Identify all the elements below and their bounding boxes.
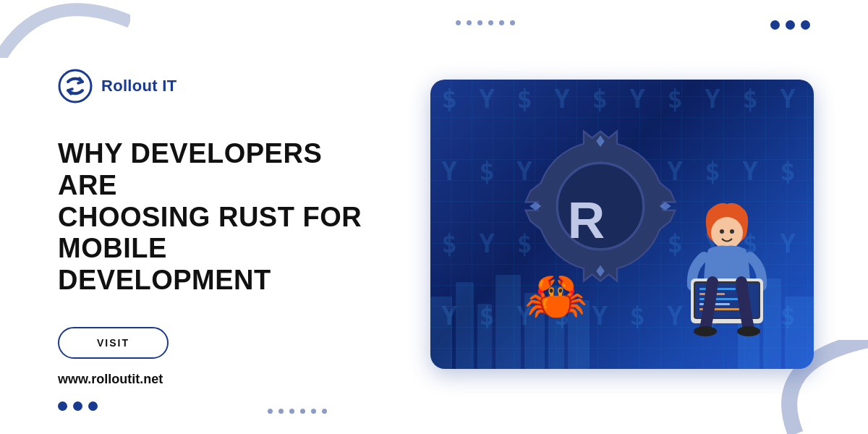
hero-image-card: $Y$Y$Y$Y$Y Y$Y$Y$Y$Y$ $Y$Y$Y$Y$Y Y$Y$Y$Y… <box>430 80 814 369</box>
svg-point-0 <box>59 70 91 102</box>
svg-rect-24 <box>699 288 736 290</box>
main-heading: WHY DEVELOPERS ARE CHOOSING RUST FOR MOB… <box>58 138 376 296</box>
svg-point-29 <box>694 326 717 336</box>
left-content-panel: Rollout IT WHY DEVELOPERS ARE CHOOSING R… <box>0 47 405 386</box>
right-content-panel: $Y$Y$Y$Y$Y Y$Y$Y$Y$Y$ $Y$Y$Y$Y$Y Y$Y$Y$Y… <box>405 65 868 369</box>
svg-rect-3 <box>477 304 492 369</box>
svg-point-18 <box>711 217 743 249</box>
decorative-dots-bottom-left <box>58 401 98 411</box>
decorative-dots-bottom-center <box>268 409 327 414</box>
brand-logo-icon <box>58 69 93 103</box>
developer-character <box>669 203 785 347</box>
page-container: Rollout IT WHY DEVELOPERS ARE CHOOSING R… <box>0 0 868 434</box>
svg-point-30 <box>737 326 760 336</box>
rust-crab-mascot: 🦀 <box>524 266 587 326</box>
decorative-dots-top-right <box>770 20 810 30</box>
decorative-curve-top-left <box>0 0 130 58</box>
logo-area: Rollout IT <box>58 69 405 103</box>
svg-rect-10 <box>785 297 814 369</box>
svg-point-20 <box>730 229 734 234</box>
visit-button[interactable]: VISIT <box>58 327 169 359</box>
brand-name: Rollout IT <box>101 77 176 95</box>
svg-rect-1 <box>430 297 452 369</box>
svg-point-19 <box>720 229 724 234</box>
decorative-dots-top-center <box>456 20 515 25</box>
rust-gear-logo: R <box>517 123 684 289</box>
website-url: www.rolloutit.net <box>58 372 405 387</box>
svg-rect-2 <box>456 282 474 369</box>
svg-text:R: R <box>568 191 605 249</box>
